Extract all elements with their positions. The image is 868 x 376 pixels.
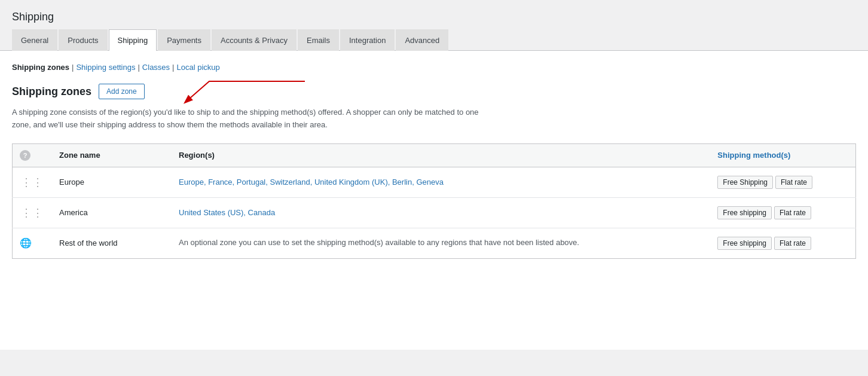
method-badge[interactable]: Free shipping (717, 206, 772, 219)
tab-accounts-privacy[interactable]: Accounts & Privacy (212, 29, 297, 51)
method-badge[interactable]: Flat rate (774, 237, 811, 250)
col-zone-name: Zone name (52, 143, 172, 167)
zones-table: ? Zone name Region(s) Shipping method(s)… (12, 143, 856, 259)
zone-name-cell: Rest of the world (59, 239, 118, 247)
sub-nav-link-shipping-settings[interactable]: Shipping settings (76, 63, 135, 72)
tab-advanced[interactable]: Advanced (396, 29, 448, 51)
sub-nav: Shipping zones | Shipping settings | Cla… (12, 63, 856, 72)
section-header: Shipping zones Add zone (12, 84, 856, 99)
section-title: Shipping zones (12, 85, 91, 98)
section-description: A shipping zone consists of the region(s… (12, 106, 490, 132)
sub-nav-link-local-pickup[interactable]: Local pickup (177, 63, 220, 72)
region-cell: United States (US), Canada (179, 208, 275, 217)
drag-handle[interactable]: ⋮⋮ (20, 176, 45, 189)
tab-payments[interactable]: Payments (158, 29, 210, 51)
optional-region-cell: An optional zone you can use to set the … (179, 238, 579, 247)
col-regions: Region(s) (172, 143, 710, 167)
table-row: ⋮⋮AmericaUnited States (US), CanadaFree … (13, 197, 856, 228)
col-help: ? (13, 143, 53, 167)
zone-name-cell: America (59, 208, 88, 217)
sub-nav-item-shipping-zones: Shipping zones (12, 63, 69, 72)
table-row: ⋮⋮EuropeEurope, France, Portugal, Switze… (13, 167, 856, 197)
method-badge[interactable]: Free shipping (717, 237, 772, 250)
sub-nav-sep-1: | (72, 63, 74, 72)
sub-nav-sep-2: | (137, 63, 139, 72)
region-cell: Europe, France, Portugal, Switzerland, U… (179, 178, 444, 187)
col-shipping-methods: Shipping method(s) (710, 143, 855, 167)
add-zone-button[interactable]: Add zone (99, 84, 145, 99)
table-row: 🌐Rest of the worldAn optional zone you c… (13, 228, 856, 258)
tab-products[interactable]: Products (59, 29, 107, 51)
page-title: Shipping (0, 0, 868, 29)
tabs-bar: General Products Shipping Payments Accou… (0, 29, 868, 51)
tab-emails[interactable]: Emails (298, 29, 339, 51)
tab-general[interactable]: General (12, 29, 57, 51)
globe-icon: 🌐 (20, 237, 32, 249)
drag-handle[interactable]: ⋮⋮ (20, 206, 45, 219)
method-badge[interactable]: Flat rate (775, 176, 812, 189)
sub-nav-sep-3: | (172, 63, 174, 72)
method-badge[interactable]: Free Shipping (717, 176, 773, 189)
zone-name-cell: Europe (59, 178, 84, 187)
sub-nav-link-classes[interactable]: Classes (142, 63, 170, 72)
tab-integration[interactable]: Integration (340, 29, 395, 51)
tab-shipping[interactable]: Shipping (109, 29, 157, 51)
help-icon[interactable]: ? (20, 150, 30, 161)
method-badge[interactable]: Flat rate (774, 206, 811, 219)
